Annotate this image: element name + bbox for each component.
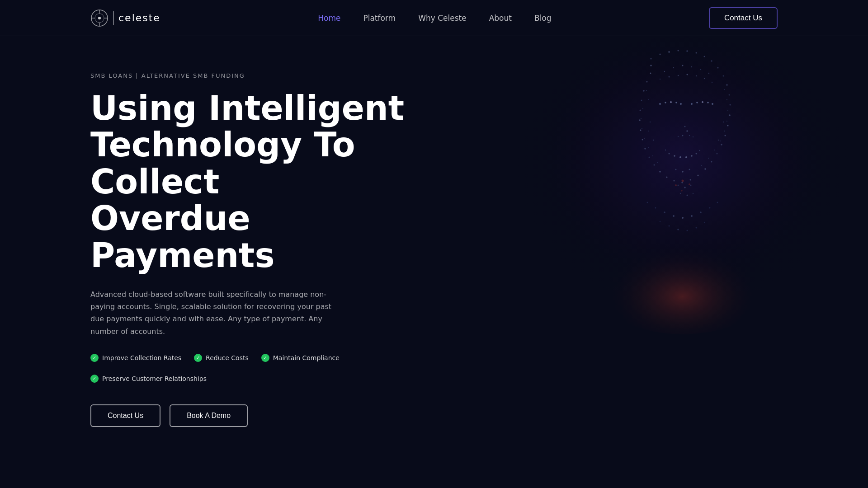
svg-point-80 xyxy=(691,155,693,157)
nav-item-blog[interactable]: Blog xyxy=(534,14,552,23)
hero-buttons: Contact Us Book A Demo xyxy=(90,404,434,427)
svg-point-41 xyxy=(640,110,641,111)
svg-point-17 xyxy=(717,67,719,69)
feature-label-0: Improve Collection Rates xyxy=(102,354,181,361)
svg-point-73 xyxy=(689,135,690,136)
logo-text: celeste xyxy=(118,12,160,23)
hero-contact-button[interactable]: Contact Us xyxy=(90,404,160,427)
svg-point-49 xyxy=(691,66,692,67)
svg-point-9 xyxy=(651,58,652,60)
nav-item-why-celeste[interactable]: Why Celeste xyxy=(418,14,467,23)
svg-point-68 xyxy=(707,102,709,103)
svg-point-121 xyxy=(724,89,725,90)
svg-point-29 xyxy=(698,175,699,176)
svg-point-46 xyxy=(650,65,652,66)
svg-point-66 xyxy=(696,102,698,103)
svg-point-134 xyxy=(653,140,654,141)
logo[interactable]: celeste xyxy=(90,9,160,27)
nav-item-about[interactable]: About xyxy=(489,14,512,23)
logo-divider xyxy=(113,11,114,25)
nav-link-why-celeste[interactable]: Why Celeste xyxy=(418,14,467,23)
svg-point-12 xyxy=(678,50,679,52)
svg-point-45 xyxy=(650,73,651,74)
svg-point-104 xyxy=(687,230,688,231)
svg-point-11 xyxy=(668,51,670,53)
svg-point-8 xyxy=(583,208,782,334)
svg-point-22 xyxy=(729,114,731,116)
svg-point-122 xyxy=(726,99,727,100)
svg-point-10 xyxy=(660,54,661,55)
feature-label-2: Maintain Compliance xyxy=(273,354,340,361)
svg-point-108 xyxy=(682,180,684,182)
svg-point-44 xyxy=(646,81,648,83)
svg-point-89 xyxy=(690,185,692,186)
nav-link-platform[interactable]: Platform xyxy=(363,14,396,23)
nav-item-home[interactable]: Home xyxy=(318,14,340,23)
svg-point-117 xyxy=(644,138,645,139)
svg-point-54 xyxy=(669,76,670,78)
svg-point-83 xyxy=(665,150,666,150)
svg-point-120 xyxy=(657,162,658,163)
svg-point-67 xyxy=(702,101,703,103)
svg-point-50 xyxy=(700,69,701,70)
svg-point-60 xyxy=(659,103,661,105)
svg-point-56 xyxy=(687,74,688,75)
svg-point-102 xyxy=(669,225,670,227)
svg-point-126 xyxy=(720,141,721,141)
svg-point-62 xyxy=(670,101,672,103)
svg-point-70 xyxy=(684,126,686,127)
svg-point-38 xyxy=(642,139,643,141)
hero-title-line3: Overdue Payments xyxy=(90,199,275,274)
feature-item-1: Reduce Costs xyxy=(194,354,249,362)
svg-point-135 xyxy=(718,140,719,141)
svg-point-55 xyxy=(678,75,679,76)
svg-point-96 xyxy=(682,217,684,219)
svg-point-31 xyxy=(681,182,683,183)
nav-link-about[interactable]: About xyxy=(489,14,512,23)
svg-point-97 xyxy=(691,215,693,217)
svg-point-36 xyxy=(649,157,650,158)
svg-point-75 xyxy=(693,136,693,137)
svg-point-131 xyxy=(648,131,649,131)
svg-point-61 xyxy=(665,102,666,103)
feature-label-1: Reduce Costs xyxy=(206,354,249,361)
svg-point-132 xyxy=(723,122,724,122)
nav-link-blog[interactable]: Blog xyxy=(534,14,552,23)
svg-point-15 xyxy=(704,56,705,57)
feature-item-0: Improve Collection Rates xyxy=(90,354,181,362)
nav-link-home[interactable]: Home xyxy=(318,14,340,23)
svg-point-52 xyxy=(708,73,709,74)
svg-point-94 xyxy=(664,211,665,213)
feature-label-3: Preserve Customer Relationships xyxy=(102,375,207,382)
hero-description: Advanced cloud-based software built spec… xyxy=(90,288,344,338)
svg-point-63 xyxy=(675,102,677,103)
hero-demo-button[interactable]: Book A Demo xyxy=(170,404,248,427)
svg-point-18 xyxy=(723,75,724,77)
svg-point-74 xyxy=(678,136,679,137)
wave-background xyxy=(0,454,868,488)
svg-point-113 xyxy=(648,99,649,100)
hero-title-line1: Using Intelligent xyxy=(90,89,404,127)
svg-point-123 xyxy=(727,110,728,111)
svg-point-57 xyxy=(696,75,697,76)
svg-point-58 xyxy=(704,78,705,79)
svg-point-43 xyxy=(643,90,645,92)
svg-point-85 xyxy=(682,171,684,173)
svg-point-119 xyxy=(652,155,653,156)
hero-content: SMB LOANS | ALTERNATIVE SMB FUNDING Usin… xyxy=(90,72,434,427)
svg-point-91 xyxy=(687,195,688,196)
svg-point-124 xyxy=(726,121,727,122)
svg-point-81 xyxy=(696,153,697,155)
svg-point-133 xyxy=(724,131,725,131)
svg-point-20 xyxy=(729,94,730,96)
svg-point-118 xyxy=(648,147,649,148)
feature-dot-3 xyxy=(90,375,99,383)
svg-point-16 xyxy=(711,60,712,62)
svg-point-78 xyxy=(679,156,681,158)
svg-point-53 xyxy=(660,79,660,80)
svg-point-40 xyxy=(639,119,641,121)
hero-title-line2: Technology To Collect xyxy=(90,125,355,201)
svg-point-37 xyxy=(644,148,646,150)
nav-contact-button[interactable]: Contact Us xyxy=(709,7,778,29)
nav-item-platform[interactable]: Platform xyxy=(363,14,396,23)
